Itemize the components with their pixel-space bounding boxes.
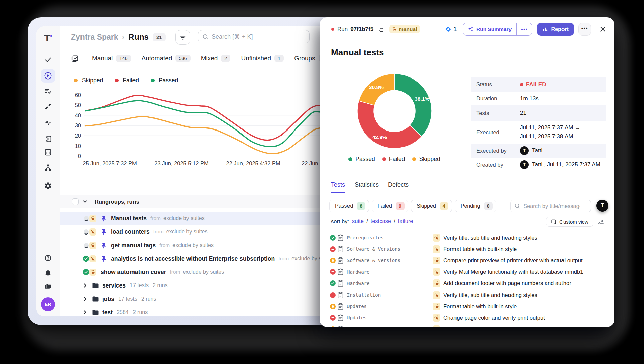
sidebar-item-bell[interactable]	[44, 269, 52, 276]
jira-issue-count: 1	[454, 26, 457, 33]
test-suite[interactable]: Hardware	[347, 281, 433, 286]
view-settings-sliders-icon[interactable]	[597, 219, 604, 226]
sidebar-item-play-circle[interactable]	[41, 69, 55, 83]
test-title[interactable]: Compare print preview of printer driver …	[443, 257, 583, 264]
select-all-checkbox[interactable]	[72, 198, 79, 205]
tab-manual[interactable]: Manual146	[92, 55, 131, 62]
close-icon[interactable]	[599, 25, 606, 33]
filter-chip-passed[interactable]: Passed8	[329, 200, 369, 212]
run-name[interactable]: load counters	[111, 228, 150, 236]
sidebar-item-folders[interactable]	[44, 282, 52, 290]
sidebar-item-gear[interactable]	[44, 181, 52, 190]
tests-search-input[interactable]: Search by title/message	[510, 200, 591, 212]
chevron-right-icon[interactable]	[83, 283, 87, 288]
run-summary-more-button[interactable]: •••	[517, 26, 532, 32]
sidebar-item-check[interactable]	[44, 56, 52, 64]
run-source[interactable]: exclude by suites	[166, 229, 208, 235]
sidebar-item-pulse[interactable]	[44, 119, 52, 127]
filter-chip-pending[interactable]: Pending0	[455, 200, 496, 212]
copy-icon[interactable]	[378, 26, 384, 32]
info-row-tests: Tests21	[471, 105, 606, 121]
test-suite[interactable]: Hardware	[347, 269, 433, 275]
sort-link-suite[interactable]: suite	[352, 218, 364, 225]
sidebar-item-git-branch[interactable]	[44, 164, 52, 172]
breadcrumb-project[interactable]: Zyntra Spark	[71, 33, 118, 42]
test-title[interactable]: Format table with built-in style	[443, 303, 517, 310]
sidebar-item-steps[interactable]	[44, 103, 52, 110]
chevron-right-icon[interactable]	[83, 297, 87, 301]
search-input[interactable]: Search [⌘ + K]	[198, 30, 310, 43]
sort-link-testcase[interactable]: testcase	[371, 218, 391, 225]
sort-link-failure[interactable]: failure	[398, 218, 413, 225]
test-row[interactable]: Software & VersionsCompare print preview…	[320, 255, 614, 266]
test-title[interactable]: Verify title, sub title and heading styl…	[443, 292, 537, 298]
test-suite[interactable]: Updates	[347, 315, 433, 320]
run-source[interactable]: exclude by suites	[172, 242, 214, 248]
panel-more-button[interactable]: •••	[578, 23, 591, 36]
legend-item-skipped[interactable]: Skipped	[74, 77, 103, 84]
custom-view-button[interactable]: Custom view	[546, 217, 593, 227]
svg-text:10: 10	[75, 143, 81, 149]
run-summary-button[interactable]: Run Summary	[463, 26, 516, 32]
donut-legend-item-failed[interactable]: Failed	[382, 156, 405, 163]
test-title[interactable]: Verify Mail Merge functionality with tes…	[443, 269, 583, 275]
chevron-down-icon[interactable]	[83, 199, 87, 204]
tab-unfinished[interactable]: Unfinished1	[241, 55, 284, 62]
test-title[interactable]: Format table with built-in style	[443, 246, 517, 252]
sidebar-item-list-check[interactable]	[44, 88, 52, 95]
panel-tab-statistics[interactable]: Statistics	[355, 181, 379, 193]
test-suite[interactable]: Updates	[347, 304, 433, 309]
test-row[interactable]: PrerequisitesVerify title, sub title and…	[320, 232, 614, 243]
svg-text:60: 60	[75, 92, 81, 98]
select-runs-icon[interactable]	[71, 55, 79, 62]
run-tag-manual[interactable]: manual	[389, 25, 420, 33]
test-row[interactable]: HardwareVerify Mail Merge functionality …	[320, 266, 614, 278]
run-name[interactable]: analytics is not accessible without Ente…	[111, 255, 275, 262]
legend-label: Failed	[389, 156, 405, 163]
avatar[interactable]: ER	[41, 297, 55, 311]
filter-button[interactable]	[175, 30, 190, 45]
run-status-progress-icon	[83, 243, 89, 248]
run-name[interactable]: Manual tests	[111, 215, 147, 222]
sort-separator: /	[394, 218, 395, 225]
filter-chip-failed[interactable]: Failed9	[372, 200, 408, 212]
test-suite[interactable]: Software & Versions	[347, 246, 433, 252]
test-suite[interactable]: Prerequisites	[347, 235, 433, 240]
sidebar-item-import-box[interactable]	[44, 135, 52, 143]
legend-item-passed[interactable]: Passed	[151, 77, 178, 84]
test-row[interactable]	[320, 324, 614, 327]
sidebar-item-bar-chart-box[interactable]	[44, 149, 52, 156]
report-button[interactable]: Report	[537, 23, 574, 36]
filter-chip-skipped[interactable]: Skipped4	[411, 200, 452, 212]
test-suite[interactable]: Software & Versions	[347, 258, 433, 263]
legend-item-failed[interactable]: Failed	[115, 77, 139, 84]
tab-automated[interactable]: Automated536	[142, 55, 191, 62]
tab-mixed[interactable]: Mixed2	[201, 55, 231, 62]
status-skipped-icon	[330, 258, 336, 263]
test-row[interactable]: UpdatesChange page color and verify prin…	[320, 312, 614, 323]
test-title[interactable]: Change page color and verify print outpu…	[443, 315, 545, 321]
sidebar-item-help-circle[interactable]	[44, 254, 52, 262]
runs-table-title: Rungroups, runs	[95, 199, 139, 205]
test-row[interactable]: Software & VersionsFormat table with bui…	[320, 243, 614, 255]
rungroup-name[interactable]: test	[102, 309, 113, 316]
test-row[interactable]: UpdatesFormat table with built-in style	[320, 301, 614, 312]
test-row[interactable]: HardwareAdd document footer with page nu…	[320, 278, 614, 289]
test-title[interactable]: Add document footer with page numbers an…	[443, 280, 571, 287]
test-title[interactable]: Verify title, sub title and heading styl…	[443, 235, 537, 241]
rungroup-name[interactable]: services	[102, 282, 126, 289]
panel-tab-tests[interactable]: Tests	[331, 181, 345, 193]
run-source[interactable]: exclude by suites	[183, 269, 224, 275]
panel-tab-defects[interactable]: Defects	[388, 181, 409, 193]
assistant-logo-button[interactable]: T	[596, 200, 608, 212]
run-source[interactable]: exclude by suites	[163, 215, 205, 221]
chevron-right-icon[interactable]	[83, 310, 87, 315]
donut-legend-item-skipped[interactable]: Skipped	[412, 156, 440, 163]
rungroup-name[interactable]: jobs	[102, 296, 114, 303]
donut-legend-item-passed[interactable]: Passed	[348, 156, 375, 163]
test-suite[interactable]: Installation	[347, 292, 433, 298]
run-name[interactable]: get manual tags	[111, 242, 156, 249]
test-row[interactable]: InstallationVerify title, sub title and …	[320, 289, 614, 301]
jira-icon[interactable]	[445, 26, 451, 32]
run-name[interactable]: show automation cover	[101, 269, 166, 276]
